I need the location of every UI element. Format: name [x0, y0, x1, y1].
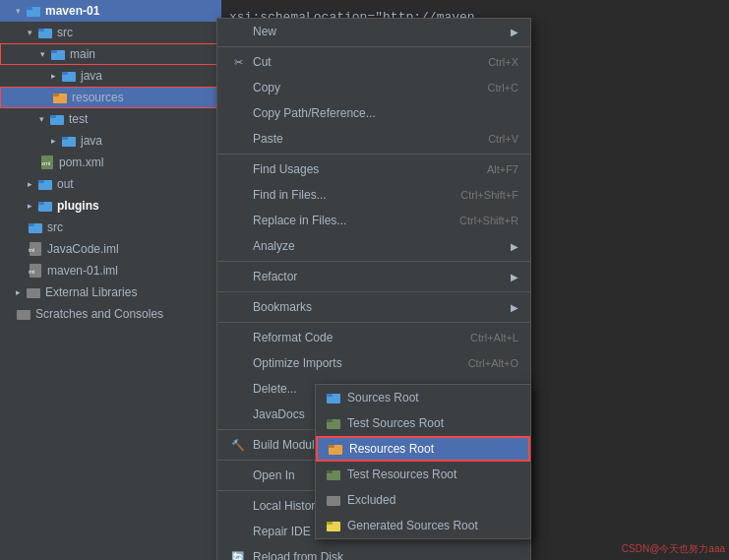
tree-item-javacode[interactable]: iml JavaCode.iml [0, 238, 221, 260]
folder-icon-extlibs [26, 284, 41, 300]
sourcesroot-icon [326, 390, 341, 405]
menu-label-refactor: Refactor [253, 270, 503, 283]
submenu-label-generatedsources: Generated Sources Root [347, 519, 478, 532]
tree-item-resources[interactable]: resources [0, 87, 221, 108]
folder-icon-main [50, 46, 66, 62]
menu-label-copy: Copy [253, 81, 488, 94]
svg-rect-9 [53, 93, 59, 96]
tree-item-java[interactable]: ▸ java [0, 65, 221, 87]
menu-label-optimize: Optimize Imports [253, 356, 468, 370]
menu-label-replaceinfiles: Replace in Files... [253, 214, 459, 227]
menu-item-findinfiles[interactable]: Find in Files... Ctrl+Shift+F [217, 182, 530, 208]
svg-rect-5 [51, 50, 57, 53]
submenu-item-sourcesroot[interactable]: Sources Root [316, 385, 530, 410]
tree-label-java2: java [81, 134, 102, 148]
menu-item-refactor[interactable]: Refactor ▶ [217, 264, 530, 289]
svg-rect-27 [17, 310, 30, 320]
excluded-icon [326, 492, 341, 508]
expand-arrow-main: ▾ [40, 49, 50, 59]
submenu-label-testsourcesroot: Test Sources Root [347, 416, 444, 430]
menu-item-replaceinfiles[interactable]: Replace in Files... Ctrl+Shift+R [217, 208, 530, 233]
menu-item-reformat[interactable]: Reformat Code Ctrl+Alt+L [217, 325, 530, 350]
tree-item-maven01iml[interactable]: iml maven-01.iml [0, 260, 221, 281]
tree-item-plugins[interactable]: ▸ plugins [0, 195, 221, 217]
separator-3 [217, 261, 530, 262]
menu-item-copypath[interactable]: Copy Path/Reference... [217, 100, 530, 126]
cut-shortcut: Ctrl+X [488, 56, 518, 68]
menu-item-optimize[interactable]: Optimize Imports Ctrl+Alt+O [217, 350, 530, 376]
tree-item-extlibs[interactable]: ▸ External Libraries [0, 281, 221, 303]
svg-rect-26 [27, 288, 40, 298]
tree-item-scratches[interactable]: Scratches and Consoles [0, 303, 221, 325]
menu-label-analyze: Analyze [253, 239, 503, 253]
tree-label-pom: pom.xml [59, 156, 103, 169]
svg-text:xml: xml [41, 160, 50, 166]
submenu-label-sourcesroot: Sources Root [347, 391, 419, 404]
submenu-item-testsourcesroot[interactable]: Test Sources Root [316, 410, 530, 436]
menu-item-new[interactable]: New ▶ [217, 19, 530, 44]
expand-arrow-extlibs: ▸ [16, 287, 26, 297]
folder-icon-src [37, 25, 53, 40]
separator-1 [217, 46, 530, 47]
file-tree: ▾ maven-01 ▾ src ▾ main ▸ java resources [0, 0, 221, 560]
tree-item-pomxml[interactable]: xml pom.xml [0, 152, 221, 173]
menu-item-analyze[interactable]: Analyze ▶ [217, 233, 530, 259]
tree-label-resources: resources [72, 91, 124, 104]
folder-icon-resources [52, 90, 68, 105]
svg-rect-7 [62, 72, 68, 75]
submenu-item-testresourcesroot[interactable]: Test Resources Root [316, 462, 530, 487]
submenu-item-generatedsources[interactable]: Generated Sources Root [316, 513, 530, 538]
tree-label-src: src [57, 26, 73, 39]
svg-rect-19 [38, 202, 44, 205]
menu-item-reload[interactable]: 🔄 Reload from Disk [217, 544, 530, 560]
expand-arrow-test: ▾ [39, 114, 49, 124]
svg-rect-11 [50, 115, 56, 118]
submenu-markdirectoryas: Sources Root Test Sources Root Resources… [315, 384, 531, 539]
submenu-label-resourcesroot: Resources Root [349, 442, 434, 456]
svg-rect-36 [327, 496, 340, 506]
menu-label-new: New [253, 25, 503, 38]
file-icon-maven01iml: iml [28, 263, 43, 279]
tree-item-main[interactable]: ▾ main [0, 43, 221, 65]
generatedsources-icon [326, 518, 341, 533]
tree-item-src2[interactable]: src [0, 217, 221, 238]
submenu-label-testresourcesroot: Test Resources Root [347, 467, 456, 481]
project-icon [26, 3, 41, 19]
svg-text:iml: iml [29, 269, 34, 275]
menu-item-copy[interactable]: Copy Ctrl+C [217, 75, 530, 100]
submenu-item-resourcesroot[interactable]: Resources Root [316, 436, 530, 462]
menu-item-bookmarks[interactable]: Bookmarks ▶ [217, 294, 530, 320]
file-icon-pom: xml [39, 155, 55, 170]
bookmarks-arrow: ▶ [511, 302, 518, 313]
tree-label-scratches: Scratches and Consoles [35, 307, 163, 321]
menu-item-cut[interactable]: ✂ Cut Ctrl+X [217, 49, 530, 75]
expand-arrow-java: ▸ [51, 71, 61, 81]
new-arrow: ▶ [511, 27, 518, 37]
tree-label-maven01iml: maven-01.iml [47, 264, 118, 278]
submenu-item-excluded[interactable]: Excluded [316, 487, 530, 513]
findinfiles-shortcut: Ctrl+Shift+F [460, 189, 518, 201]
analyze-arrow: ▶ [511, 241, 518, 252]
tree-item-out[interactable]: ▸ out [0, 173, 221, 195]
tree-item-test[interactable]: ▾ test [0, 108, 221, 130]
menu-item-findusages[interactable]: Find Usages Alt+F7 [217, 156, 530, 182]
paste-shortcut: Ctrl+V [488, 133, 518, 145]
menu-label-reformat: Reformat Code [253, 331, 470, 344]
tree-label-main: main [70, 47, 95, 61]
tree-label-src2: src [47, 220, 63, 234]
menu-label-findinfiles: Find in Files... [253, 188, 460, 202]
folder-icon-test [49, 111, 65, 127]
menu-item-paste[interactable]: Paste Ctrl+V [217, 126, 530, 152]
submenu-label-excluded: Excluded [347, 493, 395, 507]
tree-item-maven01[interactable]: ▾ maven-01 [0, 0, 221, 22]
reformat-shortcut: Ctrl+Alt+L [470, 332, 518, 343]
replaceinfiles-shortcut: Ctrl+Shift+R [459, 215, 518, 226]
svg-rect-38 [327, 522, 333, 525]
folder-icon-plugins [37, 198, 53, 214]
tree-label-test: test [69, 112, 88, 126]
tree-item-src[interactable]: ▾ src [0, 22, 221, 43]
svg-rect-31 [327, 419, 333, 422]
tree-item-java2[interactable]: ▸ java [0, 130, 221, 152]
folder-icon-out [37, 176, 53, 192]
optimize-shortcut: Ctrl+Alt+O [468, 357, 518, 369]
